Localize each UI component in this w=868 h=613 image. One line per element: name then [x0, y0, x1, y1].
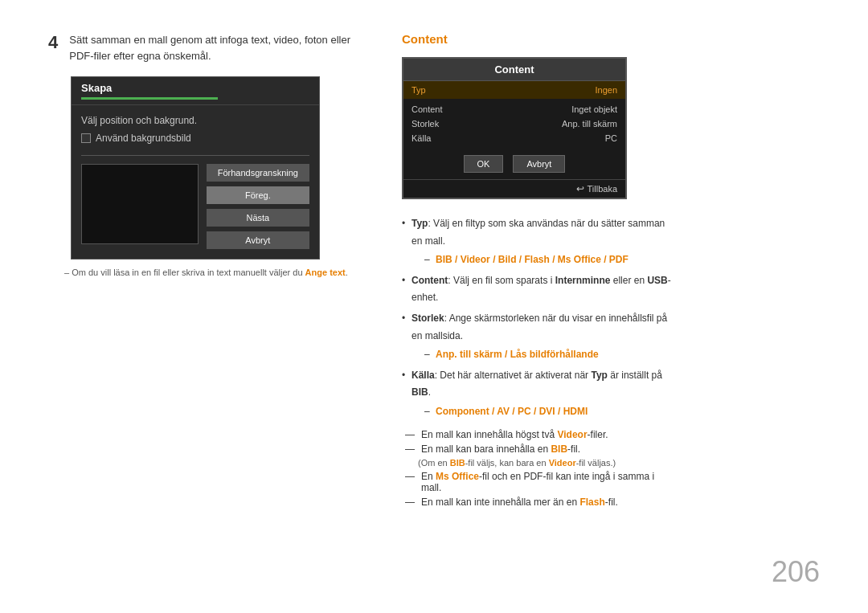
content-value-1: Inget objekt — [571, 104, 617, 114]
em-dash-2: — — [405, 443, 415, 455]
bullet-content-label: Content — [411, 275, 448, 286]
content-title: Content — [494, 63, 534, 76]
bullet-typ: Typ: Välj en filtyp som ska användas när… — [402, 215, 675, 269]
sub-item-storlek: Anp. till skärm / Lås bildförhållande — [424, 346, 675, 364]
bullet-content-intern: Internminne — [555, 275, 611, 286]
content-label-1: Content — [411, 104, 443, 114]
em-line-4: — En Ms Office-fil och en PDF-fil kan in… — [402, 471, 675, 493]
bib-bold-1: BIB — [551, 443, 567, 455]
sub-list-storlek: Anp. till skärm / Lås bildförhållande — [424, 346, 675, 364]
em-dash-4: — — [405, 471, 415, 482]
content-label-2: Storlek — [411, 119, 439, 129]
skapa-divider — [81, 155, 309, 156]
note-highlight: Ange text — [305, 268, 346, 277]
videor-bold-2: Videor — [549, 458, 576, 468]
content-table-row-2: Storlek Anp. till skärm — [403, 116, 625, 131]
content-avbryt-button[interactable]: Avbryt — [513, 155, 565, 173]
bullet-list: Typ: Välj en filtyp som ska användas när… — [402, 215, 675, 421]
note-suffix: . — [346, 268, 348, 277]
content-row-header: Typ Ingen — [403, 81, 625, 99]
content-table: Content Inget objekt Storlek Anp. till s… — [403, 99, 625, 149]
page-number: 206 — [772, 555, 820, 589]
bullet-content: Content: Välj en fil som sparats i Inter… — [402, 272, 675, 307]
skapa-checkbox[interactable] — [81, 133, 91, 143]
bullet-kalla-text3: . — [428, 386, 431, 398]
content-table-row-1: Content Inget objekt — [403, 102, 625, 116]
bullet-kalla: Källa: Det här alternativet är aktiverat… — [402, 367, 675, 421]
flash-bold: Flash — [579, 497, 604, 508]
skapa-preview-box — [81, 164, 199, 244]
content-ok-button[interactable]: OK — [464, 155, 504, 173]
content-label-3: Källa — [411, 133, 431, 143]
content-value-3: PC — [605, 133, 617, 143]
content-buttons-row: OK Avbryt — [403, 149, 625, 179]
content-value-2: Anp. till skärm — [562, 119, 617, 129]
bullet-kalla-label: Källa — [411, 370, 435, 381]
skapa-dialog: Skapa Välj position och bakgrund. Använd… — [71, 76, 320, 260]
bullet-kalla-bib: BIB — [411, 386, 428, 398]
skapa-label: Välj position och bakgrund. — [81, 115, 309, 126]
orange-kalla: Component / AV / PC / DVI / HDMI — [436, 406, 588, 417]
content-heading: Content — [402, 32, 675, 46]
content-back-label: Tillbaka — [588, 184, 618, 194]
content-table-row-3: Källa PC — [403, 131, 625, 145]
bullet-content-usb: USB — [647, 275, 667, 286]
em-dash-1: — — [405, 429, 415, 440]
orange-typ: BIB / Videor / Bild / Flash / Ms Office … — [436, 254, 628, 265]
bullet-content-text: : Välj en fil som sparats i — [448, 275, 555, 286]
em-line-4-text: En Ms Office-fil och en PDF-fil kan inte… — [421, 471, 675, 493]
content-type-label: Typ — [411, 85, 426, 95]
content-back-row: ↩ Tillbaka — [403, 179, 625, 198]
em-line-2: — En mall kan bara innehålla en BIB-fil. — [402, 443, 675, 455]
skapa-checkbox-label: Använd bakgrundsbild — [96, 133, 191, 144]
skapa-buttons: Förhandsgranskning Föreg. Nästa Avbryt — [207, 164, 309, 249]
back-icon: ↩ — [576, 183, 584, 194]
skapa-green-bar — [81, 97, 218, 100]
em-line-1: — En mall kan innehålla högst två Videor… — [402, 429, 675, 440]
em-lines-container: — En mall kan innehålla högst två Videor… — [402, 429, 675, 508]
step-text: Sätt samman en mall genom att infoga tex… — [69, 32, 354, 63]
em-line-5: — En mall kan inte innehålla mer än en F… — [402, 497, 675, 508]
msoffice-bold: Ms Office — [436, 471, 479, 482]
skapa-content-area: Förhandsgranskning Föreg. Nästa Avbryt — [81, 164, 309, 249]
em-line-3: (Om en BIB-fil väljs, kan bara en Videor… — [402, 458, 675, 468]
note-prefix: – Om du vill läsa in en fil eller skriva… — [64, 268, 305, 277]
sub-list-kalla: Component / AV / PC / DVI / HDMI — [424, 403, 675, 421]
bullet-typ-text: : Välj en filtyp som ska användas när du… — [411, 218, 665, 247]
foreg-button[interactable]: Föreg. — [207, 186, 309, 204]
step-number: 4 — [48, 32, 58, 53]
sub-item-typ: BIB / Videor / Bild / Flash / Ms Office … — [424, 251, 675, 269]
em-line-2-text: En mall kan bara innehålla en BIB-fil. — [421, 443, 580, 455]
bullet-kalla-text: : Det här alternativet är aktiverat när — [435, 370, 592, 381]
note-text: – Om du vill läsa in en fil eller skriva… — [64, 268, 354, 277]
em-line-1-text: En mall kan innehålla högst två Videor-f… — [421, 429, 608, 440]
bib-bold-2: BIB — [450, 458, 465, 468]
em-line-5-text: En mall kan inte innehålla mer än en Fla… — [421, 497, 618, 508]
content-ingen-label: Ingen — [595, 85, 617, 95]
videor-bold-1: Videor — [557, 429, 587, 440]
em-dash-5: — — [405, 497, 415, 508]
bullet-storlek-label: Storlek — [411, 313, 444, 324]
bullet-kalla-text2: är inställt på — [608, 370, 662, 381]
skapa-title-bar: Skapa — [72, 77, 319, 105]
content-dialog: Content Typ Ingen Content Inget objekt S… — [402, 57, 627, 199]
left-section: 4 Sätt samman en mall genom att infoga t… — [48, 32, 354, 511]
content-title-bar: Content — [403, 59, 625, 81]
bullet-storlek-text: : Ange skärmstorleken när du visar en in… — [411, 313, 667, 341]
skapa-body: Välj position och bakgrund. Använd bakgr… — [72, 105, 319, 259]
forhands-button[interactable]: Förhandsgranskning — [207, 164, 309, 182]
em-line-3-text: (Om en BIB-fil väljs, kan bara en Videor… — [418, 458, 616, 468]
right-section: Content Content Typ Ingen Content Inget … — [402, 32, 675, 511]
skapa-checkbox-row: Använd bakgrundsbild — [81, 133, 309, 144]
nasta-button[interactable]: Nästa — [207, 209, 309, 227]
bullet-storlek: Storlek: Ange skärmstorleken när du visa… — [402, 310, 675, 364]
bullet-typ-label: Typ — [411, 218, 428, 229]
sub-item-kalla: Component / AV / PC / DVI / HDMI — [424, 403, 675, 421]
avbryt-button[interactable]: Avbryt — [207, 231, 309, 249]
skapa-title: Skapa — [81, 82, 112, 94]
bullet-content-text2: eller en — [610, 275, 647, 286]
sub-list-typ: BIB / Videor / Bild / Flash / Ms Office … — [424, 251, 675, 269]
bullet-kalla-typ: Typ — [591, 370, 607, 381]
step-row: 4 Sätt samman en mall genom att infoga t… — [48, 32, 354, 63]
orange-storlek: Anp. till skärm / Lås bildförhållande — [436, 349, 599, 360]
